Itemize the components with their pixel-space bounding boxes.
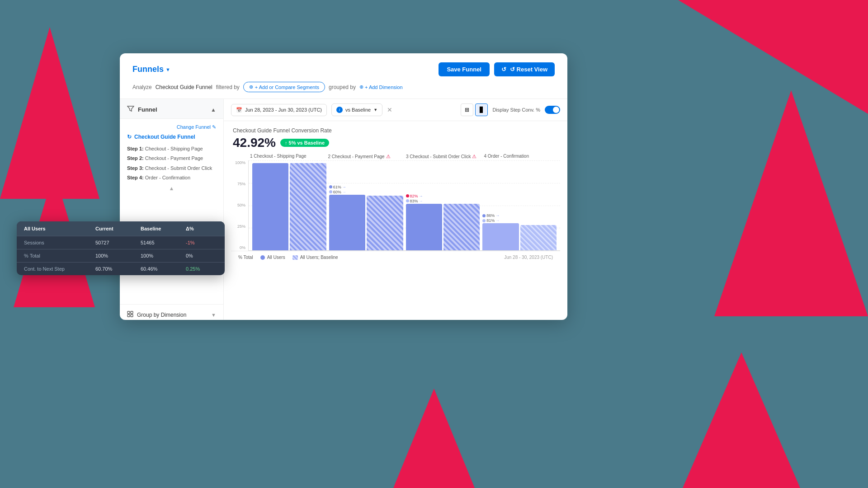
legend-baseline-label: All Users; Baseline [300, 255, 338, 260]
grid-icon [127, 311, 133, 319]
bars-area: 61% → 60% → [248, 160, 560, 251]
dark-table: All Users Current Baseline Δ% Sessions 5… [17, 221, 225, 275]
svg-rect-7 [127, 314, 130, 317]
legend-dot-allusers [260, 255, 265, 260]
row-current-sessions: 50727 [95, 240, 141, 245]
vs-baseline-button[interactable]: i vs Baseline ▼ [331, 103, 382, 116]
step-bars-4: 86% → 81% → [482, 160, 557, 250]
save-funnel-button[interactable]: Save Funnel [439, 62, 490, 76]
card-body: Funnel ▲ Change Funnel ✎ ↻ Checkout Guid… [120, 99, 567, 320]
step-header-4: 4 Order - Confirmation [482, 154, 561, 160]
analyze-label: Analyze [132, 84, 152, 90]
conv-rate-value: 42.92% [233, 136, 276, 150]
conv-label-2-current: 61% → [329, 185, 403, 189]
chart-title: Checkout Guide Funnel Conversion Rate [233, 127, 558, 134]
funnel-icon [127, 105, 134, 114]
reset-icon: ↺ [501, 66, 506, 73]
table-row-cont: Cont. to Next Step 60.70% 60.46% 0.25% [17, 262, 225, 275]
row-label-cont: Cont. to Next Step [24, 266, 95, 272]
right-content: 📅 Jun 28, 2023 - Jun 30, 2023 (UTC) i vs… [224, 99, 567, 320]
svg-marker-0 [714, 90, 868, 316]
conv-labels-4: 86% → 81% → [482, 213, 557, 223]
chevron-down-icon-baseline: ▼ [373, 108, 377, 112]
row-label-total: % Total [24, 253, 95, 258]
conv-label-4-current: 86% → [482, 213, 557, 218]
add-dimension-button[interactable]: ⊕ + Add Dimension [359, 84, 402, 90]
dark-table-header: All Users Current Baseline Δ% [17, 221, 225, 236]
funnels-label: Funnels [132, 65, 164, 74]
bar-step1-baseline [290, 163, 326, 250]
chart-type-buttons: ⊞ ▊ [461, 103, 488, 116]
funnel-section-title: Funnel [127, 105, 157, 114]
chart-type-table-button[interactable]: ⊞ [461, 103, 473, 116]
row-current-cont: 60.70% [95, 266, 141, 272]
funnel-section-header: Funnel ▲ [120, 99, 223, 119]
bar-step3-current [406, 204, 442, 250]
add-segments-label: + Add or Compare Segments [255, 84, 319, 90]
checkout-guide-funnel-label: ↻ Checkout Guide Funnel [127, 134, 216, 140]
legend-item-allusers: All Users [260, 255, 285, 260]
table-row-total: % Total 100% 100% 0% [17, 249, 225, 262]
change-funnel-label: Change Funnel ✎ [177, 124, 216, 130]
close-baseline-button[interactable]: ✕ [387, 106, 392, 113]
bar-group-3 [406, 160, 480, 250]
conv-label-4-baseline: 81% → [482, 218, 557, 223]
legend-pct-label: % Total [238, 255, 253, 260]
bar-group-4 [482, 160, 557, 250]
bar-step4-current [482, 223, 519, 250]
step-header-2: 2 Checkout - Payment Page ⚠ [326, 154, 405, 160]
bar-step4-baseline [520, 225, 557, 250]
refresh-icon: ↻ [127, 134, 132, 140]
plus-icon: ⊕ [249, 84, 253, 90]
legend-item-pct: % Total [238, 255, 253, 260]
display-conv-toggle[interactable] [545, 106, 560, 114]
conversion-area: Checkout Guide Funnel Conversion Rate 42… [224, 121, 567, 154]
reset-view-button[interactable]: ↺ ↺ Reset View [494, 62, 555, 76]
step-item-3: Step 3: Checkout - Submit Order Click [127, 165, 216, 172]
chart-legend: % Total All Users All Users; Baseline Ju… [231, 251, 560, 263]
bar-group-1 [252, 160, 326, 250]
funnel-title: Funnel [138, 106, 157, 113]
legend-dot-baseline [292, 255, 298, 260]
checkout-funnel-name: Checkout Guide Funnel [134, 134, 195, 140]
svg-marker-1 [683, 352, 800, 488]
funnel-content: Change Funnel ✎ ↻ Checkout Guide Funnel … [120, 119, 223, 304]
conv-badge: ↑ 5% vs Baseline [280, 139, 329, 147]
chart-type-bar-button[interactable]: ▊ [475, 103, 488, 116]
header-actions: Save Funnel ↺ ↺ Reset View [439, 62, 555, 76]
bar-step2-baseline [367, 196, 403, 250]
legend-item-baseline: All Users; Baseline [292, 255, 338, 260]
warning-icon-3: ⚠ [472, 154, 476, 160]
funnels-title[interactable]: Funnels ▼ [132, 65, 170, 74]
y-axis: 100% 75% 50% 25% 0% [231, 160, 248, 251]
date-range-label: Jun 28, 2023 - Jun 30, 2023 (UTC) [245, 107, 322, 113]
row-baseline-cont: 60.46% [141, 266, 186, 272]
filtered-by-label: filtered by [216, 84, 240, 90]
change-funnel-button[interactable]: Change Funnel ✎ [177, 124, 216, 130]
add-dimension-label: + Add Dimension [365, 84, 402, 90]
svg-marker-4 [393, 389, 475, 488]
bar-step3-baseline [443, 204, 480, 250]
warning-icon-2: ⚠ [386, 154, 391, 160]
conv-labels-3: 82% → 83% → [406, 194, 480, 203]
dark-table-title: All Users [24, 226, 95, 231]
dark-col-delta: Δ% [186, 226, 217, 231]
reset-view-label: ↺ Reset View [510, 66, 547, 73]
add-segments-button[interactable]: ⊕ + Add or Compare Segments [243, 82, 325, 92]
row-baseline-total: 100% [141, 253, 186, 258]
step-bars-3: 82% → 83% → [406, 160, 480, 250]
dark-col-baseline: Baseline [141, 226, 186, 231]
chevron-down-icon-dimension: ▼ [211, 312, 216, 318]
legend-allusers-label: All Users [267, 255, 285, 260]
conv-label-2-baseline: 60% → [329, 190, 403, 194]
grouped-by-label: grouped by [329, 84, 356, 90]
expand-steps-button[interactable]: ▲ [127, 185, 216, 192]
plus-circle-icon: ⊕ [359, 84, 363, 90]
collapse-funnel-button[interactable]: ▲ [211, 107, 216, 113]
group-dimension-section[interactable]: Group by Dimension ▼ [120, 304, 223, 320]
row-delta-sessions: -1% [186, 240, 217, 245]
step-bars-2: 61% → 60% → [329, 160, 403, 250]
date-range-button[interactable]: 📅 Jun 28, 2023 - Jun 30, 2023 (UTC) [231, 104, 327, 116]
chart-toolbar: 📅 Jun 28, 2023 - Jun 30, 2023 (UTC) i vs… [224, 99, 567, 121]
table-row-sessions: Sessions 50727 51465 -1% [17, 236, 225, 249]
